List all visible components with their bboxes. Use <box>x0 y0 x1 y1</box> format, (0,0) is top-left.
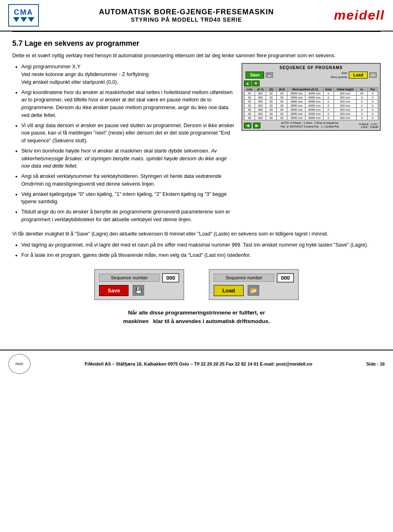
seq-footer-text: AUTO: 0-Pause ; 1-Next ; 2-End of sequen… <box>260 121 359 128</box>
load-seq-number[interactable]: 000 <box>277 273 294 283</box>
title-sub: STYRING PÅ MODELL TRD40 SERIE <box>39 16 334 23</box>
bullets-top-list: Angi programnummer X,YVed neste kolonne … <box>12 63 235 223</box>
seq-next-btn[interactable]: ▶ <box>253 123 260 128</box>
mockup-row: Sequence number 000 Save 💾 Sequence numb… <box>12 269 381 300</box>
col-par: Par <box>367 87 378 91</box>
col-xy: (X,Y) <box>255 87 266 91</box>
bullet-3: Vi vill angi data dersom vi ønsker en pa… <box>21 122 235 145</box>
seq-footer-1: AUTO: 0-Pause ; 1-Next ; 2-End of sequen… <box>262 121 357 125</box>
load-seq-row: Sequence number 000 <box>214 273 294 283</box>
save-btn-row: Save 💾 <box>99 285 179 296</box>
bullet-7: Tilslutt angir du om du ønsker å benytte… <box>21 208 235 224</box>
seq-table: Line (X,Y) (Z) (0,0) Rest position (X,Y)… <box>244 87 378 120</box>
bullet-bottom-1: Ved lagring av programmet, må vi lagre d… <box>21 241 381 249</box>
seq-nav-bottom: ◀ ▶ <box>244 123 260 128</box>
bottom-para: Vi får deretter mulighet til å "Save" (L… <box>12 230 381 238</box>
header-center: AUTOMATISK BORE-GJENGE-FRESEMASKIN STYRI… <box>39 8 334 23</box>
bullet-6: Velg ønsket kjølingstype "0" uten kjølin… <box>21 191 235 206</box>
table-row: 00 000 00 00 -9999 mm -9999 mm 0 000 mm … <box>244 103 378 108</box>
page-number: Side : 16 <box>366 361 385 366</box>
triangle-3 <box>28 17 34 22</box>
title-main: AUTOMATISK BORE-GJENGE-FRESEMASKIN <box>39 8 334 16</box>
seq-up-btn[interactable]: ▲ <box>244 81 251 86</box>
table-row: 00 000 00 00 -9999 mm -9999 mm 0 000 mm … <box>244 116 378 120</box>
load-seq-label: Sequence number <box>214 274 274 282</box>
load-button-mockup[interactable]: Load <box>214 285 244 296</box>
load-icon: 📂 <box>369 72 377 78</box>
bullet-2: Angi koordinatene hvor du ønsker at mask… <box>21 89 235 119</box>
save-mockup-box: Sequence number 000 Save 💾 <box>94 269 184 300</box>
triangle-2 <box>20 17 27 22</box>
seq-footer: ◀ ▶ AUTO: 0-Pause ; 1-Next ; 2-End of se… <box>244 121 378 128</box>
col-line: Line <box>244 87 255 91</box>
save-button-mockup[interactable]: Save <box>99 285 129 296</box>
bullet-bottom-2: For å laste inn et program, gjøres dette… <box>21 251 381 259</box>
col-rest: Rest position (X,Y) <box>287 87 323 91</box>
bullet-5: Angi så ønsket verktøynummer fra verktøy… <box>21 173 235 188</box>
seq-table-container: SEQUENCE OF PROGRAMS Save 💾 SeeZero poin… <box>242 63 381 130</box>
meidell-logo: meidell <box>334 8 385 23</box>
load-mockup-box: Sequence number 000 Load 📂 <box>209 269 299 300</box>
section-heading: 5.7 Lage en sekvens av programmer <box>12 39 381 48</box>
final-note: Når alle disse programmeringstrinnene er… <box>12 308 381 326</box>
table-row: 00 000 00 00 -9999 mm -9999 mm 0 000 mm … <box>244 91 378 95</box>
table-row: 00 000 00 00 -9999 mm -9999 mm 0 000 mm … <box>244 112 378 116</box>
load-icon-mockup: 📂 <box>248 285 259 296</box>
table-row: 00 000 00 00 -9999 mm -9999 mm 0 000 mm … <box>244 95 378 99</box>
seq-table-col: SEQUENCE OF PROGRAMS Save 💾 SeeZero poin… <box>242 63 381 226</box>
seq-nav-row: ▲ ▼ <box>244 81 378 86</box>
bullet-1: Angi programnummer X,YVed neste kolonne … <box>21 63 235 86</box>
seq-table-title: SEQUENCE OF PROGRAMS <box>244 65 378 70</box>
bullets-bottom-list: Ved lagring av programmet, må vi lagre d… <box>12 241 381 259</box>
final-note-text: Når alle disse programmeringstrinnene er… <box>123 310 270 325</box>
col-00: (0,0) <box>276 87 287 91</box>
left-text-col: Angi programnummer X,YVed neste kolonne … <box>12 63 235 226</box>
seq-save-button[interactable]: Save <box>246 72 264 79</box>
save-seq-row: Sequence number 000 <box>99 273 179 283</box>
seq-down-btn[interactable]: ▼ <box>252 81 260 86</box>
two-col-layout: Angi programnummer X,YVed neste kolonne … <box>12 63 381 226</box>
main-content: 5.7 Lage en sekvens av programmer Dette … <box>0 32 393 337</box>
table-row: 00 000 00 00 -9999 mm -9999 mm 0 000 mm … <box>244 108 378 112</box>
see-zero-label: SeeZero pointe <box>331 71 347 79</box>
col-z: (Z) <box>266 87 276 91</box>
save-icon-mockup: 💾 <box>133 285 144 296</box>
save-icon: 💾 <box>266 72 273 78</box>
footer-company-text: P.Meidell AS – Stålfjæra 16, Kalbakken 0… <box>31 361 366 366</box>
col-initial: Initial height <box>334 87 356 91</box>
page-header: CMA AUTOMATISK BORE-GJENGE-FRESEMASKIN S… <box>0 0 393 31</box>
page-footer: HGF P.Meidell AS – Stålfjæra 16, Kalbakk… <box>0 350 393 377</box>
seq-prev-btn[interactable]: ◀ <box>244 123 251 128</box>
cma-text: CMA <box>14 9 33 16</box>
seq-footer-3: 0-None ; 1-Int ;2-Ext ; 3-Both <box>359 123 378 128</box>
table-row: 00 000 00 00 -9999 mm -9999 mm 0 000 mm … <box>244 99 378 103</box>
cma-triangles <box>13 17 34 22</box>
seq-buttons-row: Save 💾 SeeZero pointe Load 📂 <box>244 71 378 79</box>
bullet-4: Skriv inn borehode høyde hvor vi ønsker … <box>21 147 235 170</box>
triangle-1 <box>13 17 20 22</box>
col-auto: Auto <box>323 87 334 91</box>
col-nr: nr. <box>357 87 367 91</box>
seq-footer-2: Par: 0- WITHOUT Control-Par ; 1- Control… <box>262 125 357 128</box>
cma-logo: CMA <box>8 4 39 27</box>
save-seq-label: Sequence number <box>99 274 160 282</box>
hgf-logo: HGF <box>8 354 31 374</box>
load-btn-row: Load 📂 <box>214 285 294 296</box>
section-intro: Dette er et svært nyttig verktøy med hen… <box>12 52 381 60</box>
seq-load-button[interactable]: Load <box>349 72 368 79</box>
bottom-text-block: Vi får deretter mulighet til å "Save" (L… <box>12 230 381 259</box>
save-seq-number[interactable]: 000 <box>162 273 179 283</box>
